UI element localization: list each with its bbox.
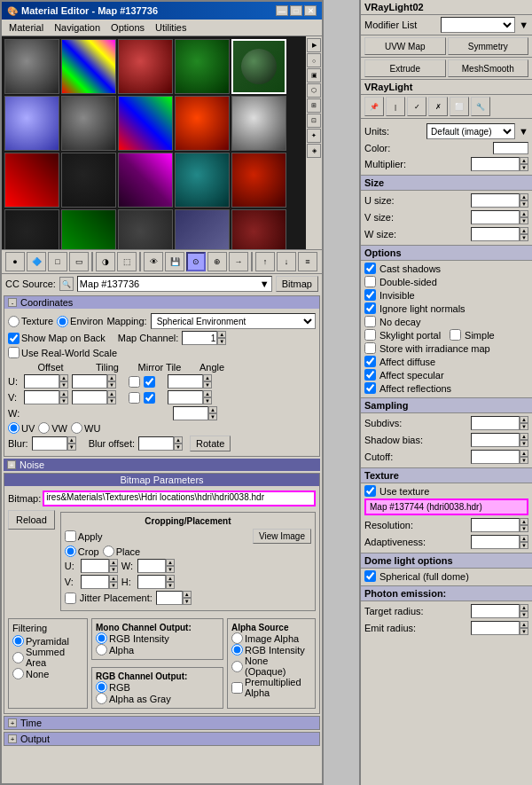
pyramidal-radio[interactable] — [12, 635, 24, 647]
side-btn-6[interactable]: ⊡ — [307, 114, 321, 128]
tool-btn-nav1[interactable]: ↑ — [255, 252, 275, 271]
blur-up[interactable]: ▲ — [67, 436, 76, 444]
tool-btn-assign[interactable]: → — [229, 252, 248, 271]
noise-collapse-btn[interactable]: + — [7, 460, 16, 469]
none-filtering-radio[interactable] — [12, 668, 24, 679]
v-size-down[interactable]: ▼ — [520, 217, 528, 224]
crop-radio[interactable] — [65, 546, 76, 557]
jitter-checkbox[interactable] — [65, 593, 76, 604]
environ-radio[interactable] — [57, 316, 68, 327]
menu-material[interactable]: Material — [4, 20, 49, 35]
apply-checkbox-label[interactable]: Apply — [65, 530, 103, 542]
affect-specular-checkbox[interactable] — [364, 369, 376, 381]
resolution-input[interactable]: 512 — [471, 518, 520, 532]
bitmap-path-field[interactable]: ires&Materials\Textures\Hdri locations\h… — [43, 491, 316, 506]
rgb-intensity-mono-label[interactable]: RGB Intensity — [96, 632, 219, 644]
premultiplied-checkbox-label[interactable]: Premultiplied Alpha — [231, 677, 311, 698]
resolution-up[interactable]: ▲ — [520, 518, 528, 525]
shadow-bias-up[interactable]: ▲ — [520, 433, 528, 440]
affect-diffuse-checkbox[interactable] — [364, 356, 376, 367]
ignore-light-normals-checkbox[interactable] — [364, 302, 376, 314]
shadow-bias-down[interactable]: ▼ — [520, 440, 528, 447]
apply-checkbox[interactable] — [65, 530, 76, 542]
cutoff-down[interactable]: ▼ — [520, 457, 528, 464]
angle-v-up[interactable]: ▲ — [203, 390, 212, 397]
vray-tool-6[interactable]: 🔧 — [471, 97, 490, 116]
thumbnail-2[interactable] — [61, 39, 116, 94]
crop-h-down[interactable]: ▼ — [166, 582, 175, 589]
tiling-v-down[interactable]: ▼ — [107, 397, 116, 404]
subdivs-up[interactable]: ▲ — [520, 416, 528, 423]
offset-u-down[interactable]: ▼ — [59, 381, 68, 389]
tile-u-checkbox[interactable] — [144, 376, 155, 388]
vray-tool-3[interactable]: ✓ — [407, 97, 426, 116]
mirror-u-checkbox[interactable] — [129, 376, 140, 388]
multiplier-up[interactable]: ▲ — [520, 157, 528, 164]
crop-v-up[interactable]: ▲ — [109, 575, 118, 582]
place-radio-label[interactable]: Place — [103, 546, 141, 557]
thumbnail-4[interactable] — [175, 39, 230, 94]
thumbnail-14[interactable] — [175, 153, 230, 208]
uv-radio[interactable] — [8, 422, 20, 434]
angle-u-input[interactable]: 0.0 — [168, 374, 203, 389]
tiling-v-up[interactable]: ▲ — [107, 390, 116, 397]
blur-offset-up[interactable]: ▲ — [174, 436, 183, 444]
blur-offset-down[interactable]: ▼ — [174, 444, 183, 451]
adaptiveness-input[interactable]: 1.0 — [471, 535, 520, 549]
coordinates-collapse-btn[interactable]: - — [8, 298, 17, 307]
mapping-dropdown[interactable]: Spherical Environment — [151, 313, 316, 329]
map-channel-up[interactable]: ▲ — [217, 331, 226, 338]
wu-radio-label[interactable]: WU — [71, 422, 100, 434]
crop-h-input[interactable]: 1.0 — [137, 575, 166, 589]
crop-radio-label[interactable]: Crop — [65, 546, 99, 557]
tool-btn-box[interactable]: □ — [48, 252, 67, 271]
offset-v-down[interactable]: ▼ — [59, 397, 68, 404]
tiling-u-up[interactable]: ▲ — [107, 374, 116, 381]
thumbnail-9[interactable] — [175, 96, 230, 151]
tool-btn-nav2[interactable]: ↓ — [277, 252, 296, 271]
invisible-checkbox[interactable] — [364, 289, 376, 301]
menu-options[interactable]: Options — [106, 20, 150, 35]
angle-v-input[interactable]: 0.0 — [168, 390, 203, 404]
simple-checkbox[interactable] — [450, 329, 461, 341]
summed-area-radio[interactable] — [12, 652, 24, 663]
time-collapse-btn[interactable]: + — [8, 718, 17, 727]
offset-v-up[interactable]: ▲ — [59, 390, 68, 397]
side-btn-3[interactable]: ▣ — [307, 68, 321, 82]
offset-v-input[interactable]: 0.0 — [24, 390, 59, 404]
skylight-portal-checkbox[interactable] — [364, 329, 376, 341]
units-dropdown[interactable]: Default (image) — [426, 123, 515, 139]
crop-w-up[interactable]: ▲ — [166, 559, 175, 566]
alpha-mono-radio[interactable] — [96, 644, 107, 655]
crop-h-up[interactable]: ▲ — [166, 575, 175, 582]
u-size-input[interactable]: 6531.566 — [471, 193, 520, 208]
target-radius-input[interactable]: 4796.0mm — [471, 604, 520, 618]
u-size-down[interactable]: ▼ — [520, 200, 528, 208]
thumbnail-5[interactable] — [231, 39, 286, 94]
use-texture-checkbox[interactable] — [364, 485, 376, 497]
crop-v-input[interactable]: 0.0 — [81, 575, 109, 589]
thumbnail-3[interactable] — [118, 39, 173, 94]
vw-radio-label[interactable]: VW — [38, 422, 67, 434]
w-size-down[interactable]: ▼ — [520, 234, 528, 241]
v-size-input[interactable]: 1910.982 — [471, 210, 520, 224]
uvw-map-button[interactable]: UVW Map — [364, 37, 446, 55]
jitter-input[interactable]: 1.0 — [156, 591, 183, 605]
alpha-as-gray-radio[interactable] — [96, 693, 107, 704]
target-radius-down[interactable]: ▼ — [520, 611, 528, 618]
subdivs-down[interactable]: ▼ — [520, 423, 528, 430]
crop-v-down[interactable]: ▼ — [109, 582, 118, 589]
emit-radius-up[interactable]: ▲ — [520, 621, 528, 628]
none-opaque-radio[interactable] — [231, 661, 243, 672]
tile-v-checkbox[interactable] — [144, 392, 155, 404]
store-irradiance-checkbox[interactable] — [364, 342, 376, 354]
tool-btn-backlight[interactable]: ◑ — [96, 252, 115, 271]
thumbnail-18[interactable] — [118, 209, 173, 249]
u-size-up[interactable]: ▲ — [520, 193, 528, 200]
no-decay-checkbox[interactable] — [364, 316, 376, 327]
environ-radio-label[interactable]: Environ — [57, 316, 103, 327]
crop-w-down[interactable]: ▼ — [166, 566, 175, 573]
side-btn-2[interactable]: ○ — [307, 53, 321, 67]
thumbnail-1[interactable] — [4, 39, 59, 94]
vray-tool-4[interactable]: ✗ — [428, 97, 448, 116]
